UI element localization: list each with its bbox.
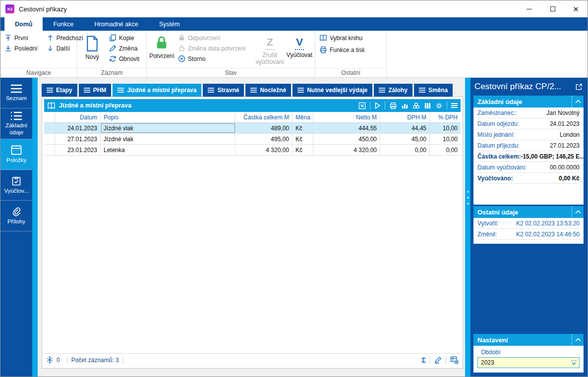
table-row[interactable]: 27.01.2023 Jízdné vlak 495,00 Kč 450,00 … [44,134,461,145]
edit-icon[interactable] [434,356,442,364]
section-header[interactable]: Nastavení [473,334,584,346]
tab-noclezne[interactable]: Nocležné [245,84,291,97]
ribbon-tab-system[interactable]: Systém [149,17,190,31]
grid-header-bar: Jízdné a místní přeprava [44,99,461,112]
book-icon [47,102,56,109]
left-splitter[interactable] [32,78,38,377]
sidebar-item-prilohy[interactable]: Přílohy [0,201,32,231]
table-row[interactable]: 23.01.2023 Letenka 4 320,00 Kč 4 320,00 … [44,145,461,156]
section-title: Nastavení [477,336,508,344]
cell-castka: 489,00 [235,123,293,133]
columns-icon[interactable] [424,102,431,109]
close-button[interactable]: ✕ [564,0,588,17]
ribbon-group-state: Potvrzení Odpotvrzení Změna data potvrze… [147,31,315,77]
maximize-button[interactable] [541,0,564,17]
cell-popis: Letenka [101,145,235,155]
arrow-last-icon [4,45,12,52]
ribbon-tab-bar: Domů Funkce Hromadné akce Systém [0,17,588,31]
column-header-dph[interactable]: DPH M [380,112,430,122]
section-header[interactable]: Základní údaje [473,96,584,108]
period-input[interactable] [478,359,568,366]
sidebar-item-zakladni-udaje[interactable]: Základní údaje [0,108,32,139]
sidebar-item-seznam[interactable]: Seznam [0,78,32,108]
copy-button[interactable]: Kopie [108,33,142,43]
tab-nutne-vedlejsi-vydaje[interactable]: Nutné vedlejší výdaje [293,84,372,97]
sidebar-item-polozky[interactable]: Položky [0,139,32,170]
column-header-mena[interactable]: Měna [293,112,313,122]
chevron-up-icon [575,338,581,342]
column-header-castka[interactable]: Částka celkem M [235,112,293,122]
add-table-icon[interactable] [450,356,459,364]
chevron-up-icon [575,100,581,104]
right-splitter[interactable] [465,78,470,377]
app-logo-icon: K2 [5,4,14,13]
field-value: 00.00.0000 [550,164,580,171]
select-book-button[interactable]: Vybrat knihu [318,33,368,43]
field-value: 27.01.2023 [550,142,580,149]
confirm-button[interactable]: Potvrzení [150,33,174,59]
column-header-pdph[interactable]: % DPH [430,112,461,122]
copy-icon [109,34,117,42]
ribbon-tab-bulk-actions[interactable]: Hromadné akce [84,17,148,31]
book-icon [319,34,327,42]
ribbon-tab-home[interactable]: Domů [4,17,43,31]
field-row-total: Částka celkem:-15,00 GBP; 146,25 E... [477,151,580,162]
period-combobox[interactable] [477,357,580,368]
cell-dph: 44,45 [380,123,430,133]
tab-stravne[interactable]: Stravné [203,84,244,97]
print-icon[interactable] [389,102,397,109]
cancel-circle-icon [178,55,185,62]
first-record-button[interactable]: První [3,33,41,43]
edit-button[interactable]: Změna [108,44,142,53]
functions-print-button[interactable]: Funkce a tisk [318,45,368,54]
tab-etapy[interactable]: Etapy [42,84,77,97]
storno-button[interactable]: Storno [177,54,249,63]
tab-zalohy[interactable]: Zálohy [374,84,412,97]
field-value: London [560,131,580,138]
cell-popis: Jízdné vlak [101,123,235,133]
sidebar-label: Položky [6,157,26,163]
content-area: Seznam Základní údaje Položky Vyúčtov...… [0,78,588,377]
field-value: K2 02.02.2023 13:53:20 [516,220,580,227]
sum-icon[interactable]: Σ [421,356,426,364]
refresh-button[interactable]: Obnovit [108,54,142,63]
undo-settlement-button: Z Zrušit vyúčtování [256,33,284,65]
new-button[interactable]: Nový [80,33,104,60]
refresh-icon [109,55,117,62]
column-header-popis[interactable]: Popis [101,112,235,122]
cell-popis: Jízdné vlak [101,134,235,144]
table-row[interactable]: 24.01.2023 Jízdné vlak 489,00 Kč 444,55 … [44,123,461,134]
section-title: Základní údaje [477,98,522,106]
export-excel-icon[interactable] [358,102,366,109]
row-indicator [44,134,55,144]
open-external-icon[interactable] [575,83,583,91]
period-label: Období [481,349,580,356]
cell-mena: Kč [293,123,313,133]
cell-datum: 23.01.2023 [55,145,101,155]
minimize-button[interactable] [518,0,541,17]
reports-icon[interactable] [412,102,420,109]
undo-settlement-label: Zrušit vyúčtování [254,52,285,65]
section-header[interactable]: Ostatní údaje [473,206,584,218]
sidebar-item-vyuctovani[interactable]: Vyúčtov... [0,170,32,201]
pencil-icon [109,45,117,52]
run-icon[interactable] [374,102,381,109]
field-label: Zaměstnanec:: [477,109,517,116]
grid-menu-icon[interactable] [451,103,458,108]
ribbon-tab-functions[interactable]: Funkce [43,17,84,31]
undo-settlement-icon: Z [266,35,274,50]
column-header-datum[interactable]: Datum [55,112,101,122]
select-book-label: Vybrat knihu [330,35,362,42]
settings-gear-icon[interactable] [435,102,443,109]
cell-mena: Kč [293,145,313,155]
column-header-netto[interactable]: Netto M [313,112,380,122]
period-dropdown-button[interactable] [568,358,579,368]
chart-icon[interactable] [401,102,409,109]
tab-jizdne[interactable]: Jízdné a místní přeprava [113,84,201,97]
tab-smena[interactable]: Směna [414,84,453,97]
flag-count: 0 [57,357,60,364]
arrow-down-icon [47,45,54,52]
tab-phm[interactable]: PHM [79,84,112,97]
settle-button[interactable]: V Vyúčtovat [287,33,312,58]
last-record-button[interactable]: Poslední [3,44,41,53]
